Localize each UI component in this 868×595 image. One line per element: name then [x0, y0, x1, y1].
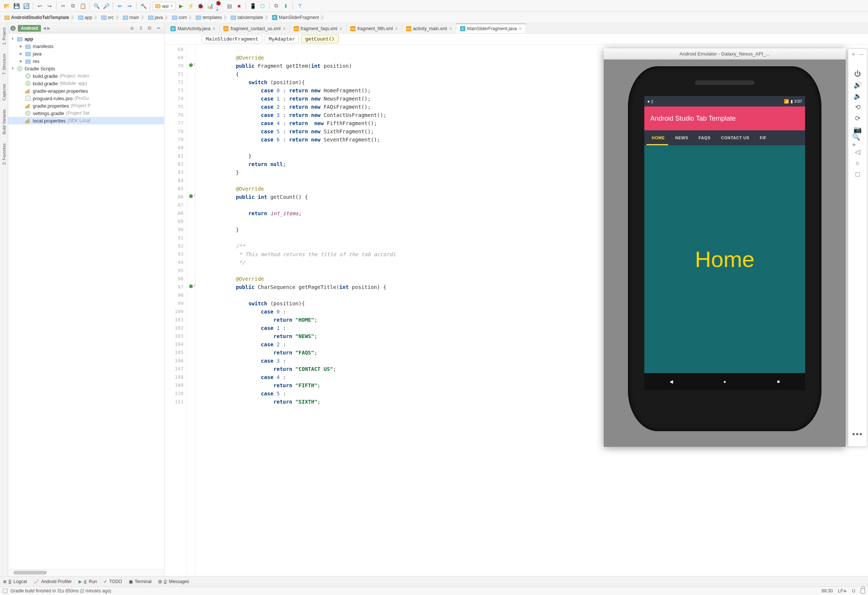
tool-window-button[interactable]: ▣Terminal	[129, 579, 152, 584]
close-tab-icon[interactable]: ✕	[212, 27, 216, 31]
close-tab-icon[interactable]: ✕	[282, 27, 286, 31]
tree-twisty-icon[interactable]: ▼	[10, 66, 15, 70]
close-tab-icon[interactable]: ✕	[449, 27, 452, 31]
tree-twisty-icon[interactable]: ▶	[19, 52, 23, 56]
breadcrumb-item[interactable]: com	[170, 14, 189, 21]
editor-tab[interactable]: <>fragment_faqs.xml✕	[290, 24, 347, 33]
android-nav-bar[interactable]: ◀ ● ■	[644, 373, 805, 390]
tree-row[interactable]: ▶java	[8, 50, 164, 58]
side-tab[interactable]: Captures	[1, 81, 7, 103]
hide-icon[interactable]: ━	[155, 25, 162, 31]
app-tab[interactable]: NEWS	[670, 130, 694, 145]
emulator-window[interactable]: Android Emulator - Galaxy_Nexus_API_... …	[604, 49, 846, 447]
file-encoding[interactable]: U	[852, 588, 855, 594]
apply-changes-icon[interactable]: ⚡	[186, 1, 195, 10]
nav-recent-icon[interactable]: ■	[774, 378, 782, 386]
tree-row[interactable]: ⬡build.gradle (Project: Andro	[8, 72, 164, 80]
breadcrumb-item[interactable]: src	[99, 14, 116, 21]
breadcrumb-pill[interactable]: getCount()	[301, 35, 338, 43]
breadcrumb-item[interactable]: templates	[193, 14, 224, 21]
breadcrumb-pill[interactable]: MainSliderFragment	[202, 35, 263, 43]
home-button-icon[interactable]: ○	[852, 158, 863, 169]
breadcrumb-pill[interactable]: MyAdapter	[265, 35, 299, 43]
breadcrumb-item[interactable]: CMainSliderFragment	[270, 14, 321, 21]
project-tree[interactable]: ▼app▶manifests▶java▶res▼⬡Gradle Scripts⬡…	[8, 34, 164, 569]
emulator-title[interactable]: Android Emulator - Galaxy_Nexus_API_...	[604, 49, 846, 59]
rotate-left-icon[interactable]: ⟲	[852, 102, 863, 113]
tool-window-button[interactable]: ≣6: Logcat	[3, 579, 27, 584]
close-tab-icon[interactable]: ✕	[339, 27, 342, 31]
tool-window-button[interactable]: ▶4: Run	[78, 579, 97, 584]
save-icon[interactable]: 💾	[12, 1, 21, 10]
emu-more-icon[interactable]: •••	[852, 428, 863, 440]
attach-debugger-icon[interactable]: 🐞⇣	[215, 1, 224, 10]
open-icon[interactable]: 📂	[2, 1, 11, 10]
line-number-gutter[interactable]: 6869707172737475767778798081828384858687…	[164, 45, 187, 576]
cut-icon[interactable]: ✂	[59, 1, 68, 10]
paste-icon[interactable]: 📋	[78, 1, 87, 10]
stop-icon[interactable]: ■	[235, 1, 244, 10]
tree-row[interactable]: gradle.properties (Project P	[8, 102, 164, 109]
app-tab[interactable]: HOME	[647, 130, 670, 145]
help-icon[interactable]: ?	[295, 1, 304, 10]
view-arrows-icon[interactable]: ◀ ▶	[43, 26, 50, 30]
rotate-right-icon[interactable]: ⟳	[852, 113, 863, 124]
close-tab-icon[interactable]: ✕	[518, 27, 522, 31]
layout-inspector-icon[interactable]: ⧉	[272, 1, 280, 10]
sync-icon[interactable]: 🔃	[22, 1, 31, 10]
nav-home-icon[interactable]: ●	[720, 378, 729, 386]
line-separator[interactable]: LF≑	[838, 588, 847, 594]
run-config-dropdown[interactable]: app ▼	[153, 2, 176, 10]
emu-minimize-icon[interactable]: —	[859, 52, 864, 57]
sdk-manager-icon[interactable]: ⬡	[258, 1, 267, 10]
redo-icon[interactable]: ↪	[45, 1, 54, 10]
project-scrollbar[interactable]	[8, 569, 164, 576]
profile-icon[interactable]: 📊	[205, 1, 214, 10]
device-screen[interactable]: ● ▯ 📶▮3:07 Android Studio Tab Template H…	[644, 96, 805, 390]
target-icon[interactable]: ⊕	[128, 25, 135, 31]
breadcrumb-item[interactable]: main	[121, 14, 142, 21]
tree-row[interactable]: ⬡build.gradle (Module: app)	[8, 80, 164, 87]
override-marker-icon[interactable]	[189, 285, 193, 288]
tree-row[interactable]: gradle-wrapper.properties	[8, 87, 164, 94]
tree-row[interactable]: ▶manifests	[8, 43, 164, 50]
tree-twisty-icon[interactable]: ▶	[19, 59, 23, 63]
overview-button-icon[interactable]: □	[852, 169, 863, 180]
override-marker-icon[interactable]	[189, 194, 193, 198]
caret-position[interactable]: 88:30	[821, 588, 833, 594]
breadcrumb-item[interactable]: AndroidStudioTabTemplate	[2, 14, 71, 21]
zoom-icon[interactable]: 🔍+	[852, 135, 863, 146]
project-view-selector[interactable]: Android	[18, 25, 41, 32]
app-tab[interactable]: CONTACT US	[716, 130, 754, 145]
editor-tab[interactable]: <>fragment_contact_us.xml✕	[220, 24, 289, 33]
download-icon[interactable]: ⬇	[281, 1, 290, 10]
editor-tab[interactable]: <>activity_main.xml✕	[402, 24, 456, 33]
volume-down-icon[interactable]: 🔉	[852, 90, 863, 102]
tree-twisty-icon[interactable]: ▶	[19, 44, 23, 48]
tool-window-button[interactable]: 📈Android Profiler	[34, 579, 72, 584]
close-tab-icon[interactable]: ✕	[395, 27, 398, 31]
coverage-icon[interactable]: ▤	[225, 1, 234, 10]
tab-bar[interactable]: HOMENEWSFAQSCONTACT USFIF	[644, 130, 805, 145]
editor-tab[interactable]: CMainActivity.java✕	[167, 24, 220, 33]
lock-icon[interactable]	[861, 588, 865, 594]
tree-row[interactable]: ▼app	[8, 35, 164, 43]
volume-up-icon[interactable]: 🔊	[852, 79, 863, 90]
emu-close-icon[interactable]: ✕	[852, 52, 855, 57]
tree-row[interactable]: proguard-rules.pro (ProGu	[8, 94, 164, 102]
editor-tab[interactable]: <>fragment_fifth.xml✕	[347, 24, 402, 33]
tool-window-button[interactable]: ✓TODO	[103, 579, 122, 584]
collapse-icon[interactable]: ⇕	[137, 25, 144, 31]
tree-row[interactable]: ▼⬡Gradle Scripts	[8, 65, 164, 72]
avd-manager-icon[interactable]: 📱	[248, 1, 257, 10]
status-indicator-icon[interactable]	[3, 589, 7, 593]
tree-row[interactable]: local.properties (SDK Locat	[8, 117, 164, 124]
side-tab[interactable]: 1: Project	[1, 25, 7, 47]
tree-twisty-icon[interactable]: ▼	[10, 37, 15, 41]
replace-icon[interactable]: 🔎	[102, 1, 111, 10]
forward-icon[interactable]: ⇒	[125, 1, 134, 10]
side-tab[interactable]: 7: Structure	[1, 52, 7, 77]
build-icon[interactable]: 🔨	[139, 1, 148, 10]
breadcrumb-item[interactable]: java	[146, 14, 165, 21]
find-icon[interactable]: 🔍	[92, 1, 101, 10]
